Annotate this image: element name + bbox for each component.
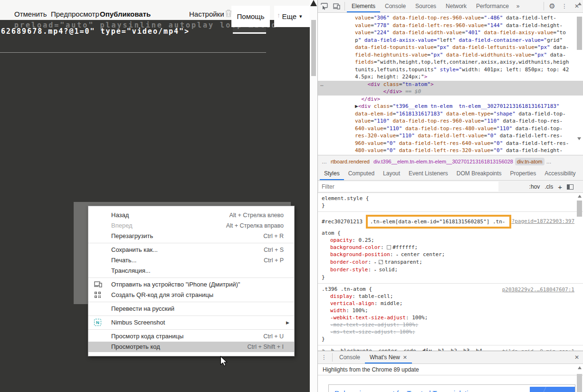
css-rule-rec[interactable]: ?pageid=18722903:397 #rec302701213 .tn-e…: [318, 212, 583, 284]
drawer-scrollbar-thumb[interactable]: [577, 374, 582, 392]
undo-button[interactable]: Отменить: [14, 10, 47, 18]
device-toolbar-icon[interactable]: [330, 0, 343, 12]
gear-icon[interactable]: ⚙: [546, 0, 558, 12]
scroll-up-icon[interactable]: [578, 366, 582, 369]
elements-tree[interactable]: value="306" data-field-top-res-960-value…: [318, 13, 583, 155]
css-property[interactable]: opacity: 0.25;: [330, 237, 573, 244]
code-line[interactable]: 640-value="110" data-field-top-res-480-v…: [318, 125, 583, 133]
code-line[interactable]: ▶<div class="t396__elem tn-elem tn-elem_…: [318, 103, 583, 110]
code-line[interactable]: p" data-field-axisx-value="left" data-fi…: [318, 37, 583, 44]
css-property[interactable]: display: table-cell;: [330, 293, 573, 300]
devtools-tab-performance[interactable]: Performance: [471, 0, 514, 12]
drawer-menu-icon[interactable]: ⋮: [318, 351, 330, 363]
styles-tab-styles[interactable]: Styles: [320, 167, 344, 180]
devtools-tab-elements[interactable]: Elements: [347, 0, 380, 12]
styles-tab-layout[interactable]: Layout: [379, 167, 404, 180]
css-property[interactable]: -ms-text-size-adjust: 100%;: [330, 328, 573, 335]
styles-tab-accessibility[interactable]: Accessibility: [540, 167, 580, 180]
styles-scrollbar-thumb[interactable]: [577, 201, 582, 217]
context-menu-item[interactable]: Просмотр кода страницыCtrl + U: [88, 331, 294, 342]
css-property[interactable]: background-color: #ffffff;: [330, 244, 573, 251]
filter-input[interactable]: [319, 182, 498, 191]
styles-scrollbar[interactable]: [576, 194, 583, 350]
devtools-tab-network[interactable]: Network: [441, 0, 471, 12]
whats-new-card-title[interactable]: Debugging support for Trusted Type viola…: [329, 385, 530, 392]
breadcrumb-item[interactable]: rtboard.rendered: [329, 158, 372, 165]
code-line[interactable]: 960-value="0" data-field-left-res-640-va…: [318, 140, 583, 147]
code-line[interactable]: value="224" data-field-width-value="401"…: [318, 29, 583, 37]
page-scrollbar-thumb[interactable]: [311, 20, 316, 76]
new-style-rule-button[interactable]: +: [558, 183, 562, 191]
help-button[interactable]: Помощь: [231, 6, 270, 27]
trash-icon[interactable]: [225, 10, 232, 19]
context-menu-item[interactable]: Создать QR-код для этой страницы: [88, 290, 294, 300]
code-line[interactable]: fields="width,height,top,left,container,…: [318, 58, 583, 66]
css-rule-element-style[interactable]: element.style { }: [318, 193, 583, 212]
css-property[interactable]: border-color: ▸ transparent;: [330, 258, 573, 266]
scroll-top-arrow-icon[interactable]: [310, 0, 317, 6]
devtools-menu-icon[interactable]: ⋮: [558, 0, 571, 12]
cls-toggle[interactable]: .cls: [545, 183, 553, 190]
code-line[interactable]: res-320-value="110" data-field-left-valu…: [318, 132, 583, 140]
code-line[interactable]: value="306" data-field-top-res-960-value…: [318, 14, 583, 22]
code-line[interactable]: tunits,leftunits,topunits" style="width:…: [318, 66, 583, 74]
code-line[interactable]: </div>: [318, 96, 583, 103]
tab-whats-new[interactable]: What's New✕: [365, 351, 412, 363]
css-rule-t396[interactable]: p2038229v2.…618047607:1 .t396 .tn-atom {…: [318, 284, 583, 345]
context-menu-item[interactable]: Просмотреть кодCtrl + Shift + I: [88, 342, 294, 352]
preview-button[interactable]: Предпросмотр: [51, 10, 99, 18]
styles-tab-properties[interactable]: Properties: [506, 167, 541, 180]
whats-new-card[interactable]: Debugging support for Trusted Type viola…: [328, 384, 575, 392]
tab-close-icon[interactable]: ✕: [403, 354, 407, 360]
scroll-up-icon[interactable]: [578, 195, 582, 198]
code-line[interactable]: field-heightunits-value="px" data-field-…: [318, 51, 583, 59]
css-property[interactable]: vertical-align: middle;: [330, 300, 573, 307]
context-menu-item[interactable]: ПерезагрузитьCtrl + R: [88, 231, 294, 241]
color-swatch[interactable]: [379, 260, 383, 264]
styles-tab-dom-breakpoints[interactable]: DOM Breakpoints: [452, 167, 506, 180]
styles-tab-event-listeners[interactable]: Event Listeners: [404, 167, 452, 180]
expand-arrow-icon[interactable]: ▸: [396, 253, 401, 257]
tab-console[interactable]: Console: [335, 351, 365, 363]
page-scrollbar[interactable]: [310, 0, 317, 392]
css-rule-base[interactable]: tilda-grid-…0.min.css:1 a, b, blockquote…: [318, 345, 583, 351]
selected-node[interactable]: … <div class="tn-atom"> </div> == $0: [318, 81, 583, 96]
breadcrumb-item[interactable]: div.t396__elem.tn-elem.tn-elem__30270121…: [372, 158, 515, 165]
css-property[interactable]: background-position: ▸ center center;: [330, 251, 573, 258]
context-menu-item[interactable]: Трансляция...: [88, 266, 294, 276]
sidebar-toggle-icon[interactable]: [567, 184, 573, 190]
publish-button[interactable]: Опубликовать: [100, 10, 151, 18]
code-line[interactable]: 4.5px; height: 224px;">: [318, 73, 583, 81]
context-menu-item[interactable]: Перевести на русский: [88, 304, 294, 314]
expand-arrow-icon[interactable]: ▸: [374, 260, 379, 265]
breadcrumb-item[interactable]: …: [320, 158, 329, 165]
settings-button[interactable]: Настройки: [189, 10, 224, 18]
styles-tab-computed[interactable]: Computed: [344, 167, 379, 180]
context-menu-item[interactable]: Отправить на устройство "iPhone (Дмитрий…: [88, 279, 294, 290]
code-line[interactable]: value="110" data-field-top-res-960-value…: [318, 117, 583, 125]
scroll-down-icon[interactable]: [577, 137, 581, 140]
breadcrumb-item[interactable]: div.tn-atom: [515, 158, 545, 165]
stylesheet-link[interactable]: ?pageid=18722903:397: [512, 218, 574, 225]
drawer-close-icon[interactable]: ✕: [574, 354, 579, 361]
context-menu-item[interactable]: Печать...Ctrl + P: [88, 255, 294, 266]
stylesheet-link[interactable]: p2038229v2.…618047607:1: [502, 286, 574, 293]
css-property[interactable]: -moz-text-size-adjust: 100%;: [330, 321, 573, 328]
code-line[interactable]: data-elem-id="1618131617183" data-elem-t…: [318, 110, 583, 118]
code-line[interactable]: 480-value="0" data-field-left-res-320-va…: [318, 147, 583, 154]
inspect-element-icon[interactable]: [318, 0, 330, 12]
gutter-ellipsis[interactable]: …: [320, 81, 324, 88]
context-menu-item[interactable]: Сохранить как...Ctrl + S: [88, 245, 294, 255]
css-property[interactable]: width: 100%;: [330, 307, 573, 314]
css-property[interactable]: border-style: ▸ solid;: [330, 266, 573, 274]
scroll-up-icon[interactable]: [578, 2, 582, 5]
code-line[interactable]: data-field-topunits-value="px" data-fiel…: [318, 44, 583, 51]
devtools-tab-console[interactable]: Console: [380, 0, 411, 12]
context-menu-item[interactable]: NNimbus Screenshot▶: [88, 317, 294, 328]
code-line[interactable]: value="778" data-field-left-res-960-valu…: [318, 22, 583, 29]
drawer-scrollbar[interactable]: [576, 365, 583, 392]
color-swatch[interactable]: [387, 245, 391, 249]
elements-scrollbar[interactable]: [576, 1, 583, 142]
elements-scrollbar-thumb[interactable]: [577, 17, 582, 50]
breadcrumb-item[interactable]: …: [545, 158, 554, 165]
